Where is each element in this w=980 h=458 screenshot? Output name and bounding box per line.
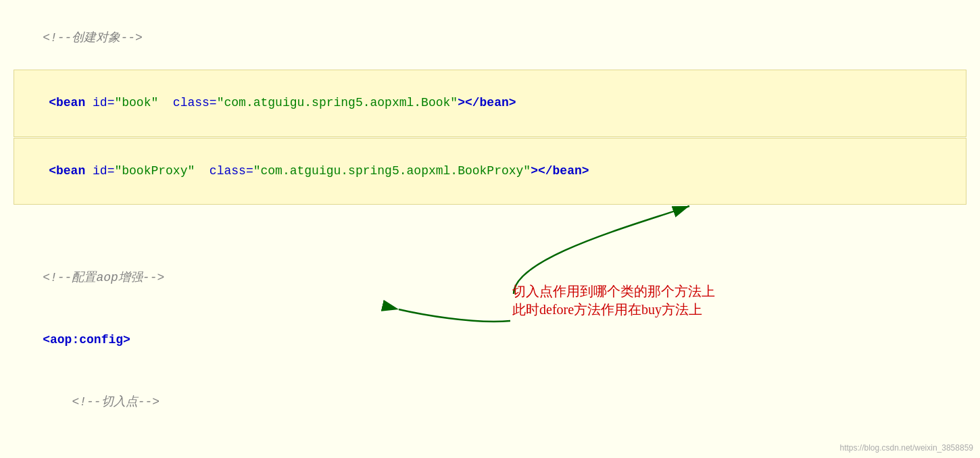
attr-class-book: class= (158, 96, 216, 109)
line-empty-1 (14, 205, 966, 226)
annotation-container: 切入点作用到哪个类的那个方法上 此时defore方法作用在buy方法上 (512, 282, 715, 319)
tag-bean-close-bookproxy: ></bean> (531, 164, 589, 178)
line-aop-pointcut: <aop:pointcut id="p" expression="executi… (14, 433, 966, 458)
comment-create-obj: <!--创建对象--> (43, 31, 143, 45)
attr-class-bookproxy: class= (195, 164, 253, 178)
line-bean-book: <bean id="book" class="com.atguigu.sprin… (14, 70, 966, 137)
attr-value-id-book: "book" (114, 96, 158, 109)
attr-value-class-book: "com.atguigu.spring5.aopxml.Book" (217, 96, 458, 109)
tag-aop-config-open: <aop:config> (43, 333, 130, 347)
annotation-line2: 此时defore方法作用在buy方法上 (512, 301, 715, 319)
line-comment-pointcut: <!--切入点--> (14, 371, 966, 433)
tag-bean-close-book: ></bean> (458, 96, 516, 109)
comment-pointcut: <!--切入点--> (43, 395, 160, 409)
watermark: https://blog.csdn.net/weixin_3858859 (840, 443, 973, 453)
attr-id-bookproxy: id= (93, 164, 114, 178)
line-aop-config-open: <aop:config> (14, 309, 966, 371)
code-container: <!--创建对象--> <bean id="book" class="com.a… (0, 0, 980, 458)
line-comment-aop: <!--配置aop增强--> (14, 247, 966, 309)
line-empty-2 (14, 226, 966, 247)
line-comment-create-obj: <!--创建对象--> (14, 7, 966, 69)
line-bean-bookproxy: <bean id="bookProxy" class="com.atguigu.… (14, 138, 966, 205)
attr-id-book: id= (93, 96, 114, 109)
annotation-line1: 切入点作用到哪个类的那个方法上 (512, 282, 715, 301)
tag-bean-open-bookproxy: <bean (49, 164, 93, 178)
attr-value-class-bookproxy: "com.atguigu.spring5.aopxml.BookProxy" (253, 164, 531, 178)
comment-aop: <!--配置aop增强--> (43, 271, 164, 284)
attr-value-id-bookproxy: "bookProxy" (114, 164, 195, 178)
tag-bean-open-book: <bean (49, 96, 93, 109)
